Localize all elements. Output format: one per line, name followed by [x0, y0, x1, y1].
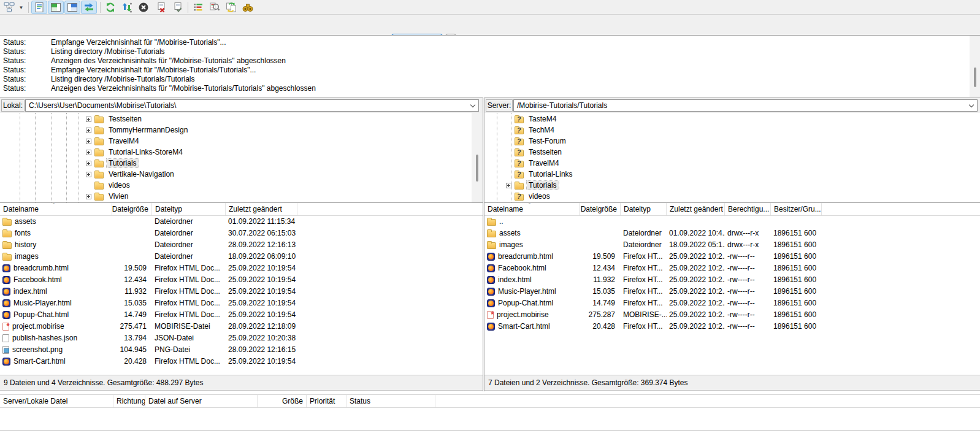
file-row[interactable]: Smart-Cart.html 20.428 Firefox HTML Doc.…: [0, 356, 483, 367]
file-row[interactable]: index.html 11.932 Firefox HT... 25.09.20…: [484, 274, 980, 286]
remote-path-combo[interactable]: /Mobirise-Tutorials/Tutorials: [513, 99, 978, 112]
tree-item[interactable]: Tutorial-Links-StoreM4: [0, 147, 472, 158]
file-row[interactable]: project.mobirise 275.287 MOBIRISE-... 25…: [484, 309, 980, 321]
directory-comparison-icon: [209, 2, 220, 13]
log-line-label: Status:: [0, 75, 51, 84]
file-row[interactable]: Popup-Chat.html 14.749 Firefox HT... 25.…: [484, 297, 980, 309]
file-row[interactable]: images Dateiordner 18.09.2022 06:09:10: [0, 251, 483, 263]
tree-item[interactable]: videos: [484, 191, 980, 202]
toggle-local-tree-button[interactable]: [48, 1, 64, 14]
file-size: 15.035: [112, 297, 152, 309]
tree-item[interactable]: TravelM4: [0, 136, 472, 147]
expand-icon[interactable]: [86, 161, 91, 166]
tree-item[interactable]: Testseiten: [484, 147, 980, 158]
file-size: [112, 239, 152, 251]
expand-icon[interactable]: [86, 150, 91, 155]
folder-icon: [515, 150, 524, 156]
queue-column-status[interactable]: Status: [346, 395, 435, 407]
expand-icon[interactable]: [86, 128, 91, 133]
disconnect-button[interactable]: [153, 1, 169, 14]
toggle-transfer-queue-button[interactable]: [81, 1, 97, 14]
column-header-modified[interactable]: Zuletzt geändert: [667, 203, 725, 215]
reconnect-button[interactable]: [170, 1, 186, 14]
column-header-permissions[interactable]: Berechtigu...: [725, 203, 771, 215]
folder-icon: [94, 139, 104, 145]
file-name: project.mobirise: [497, 309, 549, 321]
cancel-operation-button[interactable]: [136, 1, 151, 14]
file-row[interactable]: Smart-Cart.html 20.428 Firefox HT... 25.…: [484, 321, 980, 332]
queue-column-direction[interactable]: Richtung: [113, 395, 145, 407]
tree-item[interactable]: TechM4: [484, 125, 980, 136]
refresh-button[interactable]: [102, 1, 118, 14]
file-row[interactable]: breadcrumb.html 19.509 Firefox HT... 25.…: [484, 251, 980, 263]
file-row[interactable]: assets Dateiordner 01.09.2022 10:4... dr…: [484, 228, 980, 239]
site-manager-dropdown[interactable]: ▼: [17, 1, 26, 14]
file-row[interactable]: Music-Player.html 15.035 Firefox HTML Do…: [0, 297, 483, 309]
local-tree-scrollbar-thumb[interactable]: [476, 155, 478, 182]
tree-item[interactable]: Test-Forum: [484, 136, 980, 147]
queue-column-file[interactable]: Server/Lokale Datei: [0, 395, 113, 407]
column-header-type[interactable]: Dateityp: [621, 203, 667, 215]
column-header-name[interactable]: Dateinameˆ: [0, 203, 112, 215]
tree-item[interactable]: TommyHerrmannDesign: [0, 125, 472, 136]
column-header-name[interactable]: Dateinameˆ: [484, 203, 580, 215]
tree-item[interactable]: videos: [0, 180, 472, 191]
file-icon: [2, 299, 10, 307]
queue-column-size[interactable]: Größe: [258, 395, 307, 407]
file-row[interactable]: project.mobirise 275.471 MOBIRISE-Datei …: [0, 321, 483, 332]
queue-column-priority[interactable]: Priorität: [307, 395, 346, 407]
tree-item[interactable]: Vivien: [0, 191, 472, 202]
file-row[interactable]: Popup-Chat.html 14.749 Firefox HTML Doc.…: [0, 309, 483, 321]
file-row[interactable]: breadcrumb.html 19.509 Firefox HTML Doc.…: [0, 263, 483, 274]
local-tree-scrollbar[interactable]: [472, 113, 483, 202]
tree-item[interactable]: Vertikale-Navigation: [0, 169, 472, 180]
file-row[interactable]: history Dateiordner 28.09.2022 12:16:13: [0, 239, 483, 251]
file-row[interactable]: assets Dateiordner 01.09.2022 11:15:34: [0, 216, 483, 228]
process-queue-button[interactable]: [119, 1, 135, 14]
file-row[interactable]: fonts Dateiordner 30.07.2022 06:15:03: [0, 228, 483, 239]
tree-item[interactable]: TasteM4: [484, 113, 980, 125]
file-row[interactable]: ..: [484, 216, 980, 228]
column-header-owner[interactable]: Besitzer/Gru...: [771, 203, 822, 215]
tree-item-label: Tutorials: [527, 181, 559, 190]
file-row[interactable]: index.html 11.932 Firefox HTML Doc... 25…: [0, 286, 483, 297]
file-row[interactable]: screenshot.png 104.945 PNG-Datei 28.09.2…: [0, 344, 483, 356]
find-files-button[interactable]: [240, 1, 256, 14]
file-row[interactable]: Facebook.html 12.434 Firefox HT... 25.09…: [484, 263, 980, 274]
file-icon: [2, 323, 9, 331]
log-scrollbar-thumb[interactable]: [974, 67, 976, 87]
expand-icon[interactable]: [86, 117, 91, 122]
tree-item[interactable]: TravelM4: [484, 158, 980, 169]
toggle-message-log-button[interactable]: [31, 1, 47, 14]
expand-icon[interactable]: [86, 139, 91, 144]
tree-item[interactable]: Tutorials: [0, 158, 472, 169]
synchronized-browsing-button[interactable]: [223, 1, 239, 14]
file-row[interactable]: Facebook.html 12.434 Firefox HTML Doc...…: [0, 274, 483, 286]
file-modified: 25.09.2022 10:2...: [667, 274, 725, 286]
tree-item[interactable]: Tutorials: [484, 180, 980, 191]
log-scrollbar[interactable]: [970, 36, 980, 97]
queue-column-remote-file[interactable]: Datei auf Server: [145, 395, 258, 407]
file-row[interactable]: images Dateiordner 18.09.2022 05:1... dr…: [484, 239, 980, 251]
file-owner: 1896151 600: [771, 286, 822, 297]
column-header-modified[interactable]: Zuletzt geändert: [226, 203, 297, 215]
file-row[interactable]: publish-hashes.json 13.794 JSON-Datei 25…: [0, 332, 483, 344]
directory-comparison-button[interactable]: [207, 1, 223, 14]
file-row[interactable]: Music-Player.html 15.035 Firefox HT... 2…: [484, 286, 980, 297]
file-type: JSON-Datei: [152, 332, 226, 344]
expand-icon[interactable]: [86, 194, 91, 199]
local-path-combo[interactable]: C:\Users\User\Documents\Mobirise\Tutoria…: [25, 99, 479, 112]
file-type: MOBIRISE-...: [621, 309, 667, 321]
column-header-type[interactable]: Dateityp: [152, 203, 226, 215]
tree-item[interactable]: Testseiten: [0, 113, 472, 125]
site-manager-button[interactable]: [1, 1, 17, 14]
column-header-size[interactable]: Dateigröße: [112, 203, 152, 215]
column-header-size[interactable]: Dateigröße: [580, 203, 621, 215]
tree-item[interactable]: Tutorial-Links: [484, 169, 980, 180]
expand-icon[interactable]: [86, 172, 91, 177]
expand-icon[interactable]: [506, 183, 511, 188]
pane-splitter[interactable]: [483, 98, 484, 391]
toggle-remote-tree-button[interactable]: [64, 1, 80, 14]
file-type: Dateiordner: [152, 251, 226, 263]
filter-button[interactable]: [190, 1, 206, 14]
